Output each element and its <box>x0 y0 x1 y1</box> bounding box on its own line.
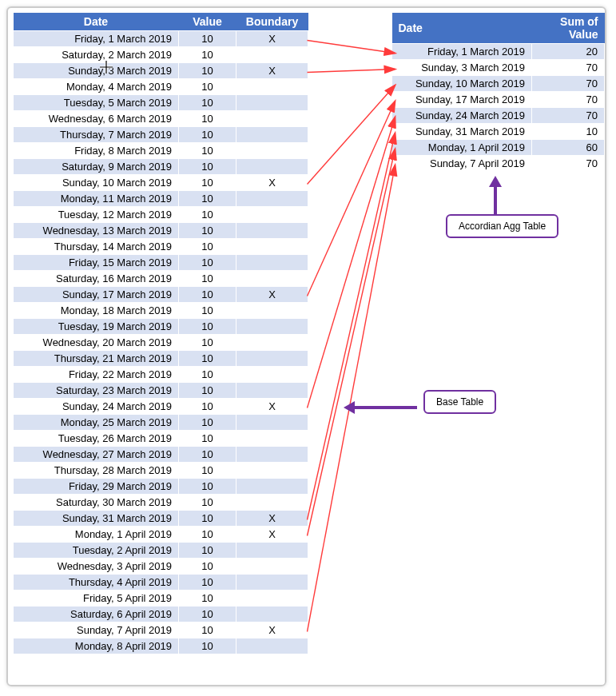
base-cell-date: Saturday, 30 March 2019 <box>14 495 179 511</box>
base-cell-value: 10 <box>179 79 236 95</box>
base-cell-value: 10 <box>179 143 236 159</box>
callout-base-table: Base Table <box>423 390 496 414</box>
base-cell-value: 10 <box>179 383 236 399</box>
relation-arrow <box>308 86 395 185</box>
base-cell-boundary: X <box>236 175 308 191</box>
base-cell-date: Monday, 25 March 2019 <box>14 415 179 431</box>
base-cell-value: 10 <box>179 175 236 191</box>
base-cell-boundary: X <box>236 63 308 79</box>
base-cell-date: Thursday, 21 March 2019 <box>14 351 179 367</box>
base-cell-boundary <box>236 95 308 111</box>
base-row: Monday, 1 April 201910X <box>14 527 308 543</box>
base-cell-date: Monday, 11 March 2019 <box>14 191 179 207</box>
base-cell-date: Sunday, 3 March 2019 <box>14 63 179 79</box>
base-row: Friday, 29 March 201910 <box>14 479 308 495</box>
base-row: Monday, 25 March 201910 <box>14 415 308 431</box>
base-cell-boundary <box>236 159 308 175</box>
agg-cell-date: Sunday, 17 March 2019 <box>392 92 532 108</box>
base-cell-boundary <box>236 191 308 207</box>
base-cell-value: 10 <box>179 191 236 207</box>
agg-cell-sum: 20 <box>531 44 604 60</box>
base-cell-value: 10 <box>179 111 236 127</box>
base-cell-date: Saturday, 6 April 2019 <box>14 607 179 622</box>
base-cell-value: 10 <box>179 431 236 447</box>
base-row: Thursday, 28 March 201910 <box>14 463 308 479</box>
base-cell-date: Wednesday, 20 March 2019 <box>14 335 179 351</box>
base-row: Saturday, 2 March 201910 <box>14 47 308 63</box>
base-cell-value: 10 <box>179 479 236 495</box>
agg-row: Sunday, 24 March 201970 <box>392 108 605 124</box>
base-cell-date: Saturday, 23 March 2019 <box>14 383 179 399</box>
base-cell-boundary <box>236 79 308 95</box>
agg-cell-sum: 60 <box>531 140 604 156</box>
base-cell-value: 10 <box>179 399 236 415</box>
base-cell-value: 10 <box>179 319 236 335</box>
base-row: Friday, 8 March 201910 <box>14 143 308 159</box>
base-cell-value: 10 <box>179 47 236 63</box>
base-cell-value: 10 <box>179 159 236 175</box>
base-cell-date: Friday, 15 March 2019 <box>14 255 179 271</box>
base-row: Saturday, 6 April 201910 <box>14 607 308 622</box>
base-cell-boundary <box>236 495 308 511</box>
base-row: Saturday, 9 March 201910 <box>14 159 308 175</box>
base-cell-boundary <box>236 591 308 607</box>
base-cell-value: 10 <box>179 607 236 622</box>
base-cell-boundary <box>236 207 308 223</box>
base-cell-value: 10 <box>179 239 236 255</box>
agg-table: Date Sum of Value Friday, 1 March 201920… <box>391 13 605 172</box>
base-cell-date: Monday, 8 April 2019 <box>14 638 179 654</box>
base-cell-value: 10 <box>179 351 236 367</box>
agg-row: Monday, 1 April 201960 <box>392 140 605 156</box>
base-cell-boundary <box>236 431 308 447</box>
base-cell-date: Tuesday, 2 April 2019 <box>14 543 179 559</box>
base-cell-value: 10 <box>179 511 236 527</box>
base-row: Saturday, 23 March 201910 <box>14 383 308 399</box>
relation-arrow <box>308 133 395 520</box>
base-cell-value: 10 <box>179 31 236 47</box>
agg-row: Friday, 1 March 201920 <box>392 44 605 60</box>
base-cell-date: Tuesday, 12 March 2019 <box>14 207 179 223</box>
agg-row: Sunday, 7 April 201970 <box>392 156 605 172</box>
relation-arrow <box>308 117 395 408</box>
base-row: Sunday, 17 March 201910X <box>14 287 308 303</box>
diagram-container: Date Value Boundary Friday, 1 March 2019… <box>6 6 606 686</box>
base-row: Thursday, 4 April 201910 <box>14 575 308 591</box>
base-cell-date: Wednesday, 13 March 2019 <box>14 223 179 239</box>
base-row: Tuesday, 19 March 201910 <box>14 319 308 335</box>
base-cell-boundary: X <box>236 511 308 527</box>
base-row: Thursday, 7 March 201910 <box>14 127 308 143</box>
base-cell-value: 10 <box>179 63 236 79</box>
base-cell-date: Wednesday, 3 April 2019 <box>14 559 179 575</box>
base-cell-boundary <box>236 143 308 159</box>
agg-cell-date: Monday, 1 April 2019 <box>392 140 532 156</box>
base-row: Friday, 5 April 201910 <box>14 591 308 607</box>
base-cell-boundary <box>236 335 308 351</box>
relation-arrow <box>308 41 395 54</box>
base-cell-date: Thursday, 4 April 2019 <box>14 575 179 591</box>
agg-header-sum: Sum of Value <box>531 13 604 44</box>
base-cell-boundary <box>236 127 308 143</box>
base-cell-boundary <box>236 239 308 255</box>
base-cell-boundary <box>236 223 308 239</box>
base-cell-boundary <box>236 367 308 383</box>
relation-arrow <box>308 149 395 536</box>
base-cell-value: 10 <box>179 415 236 431</box>
base-row: Saturday, 30 March 201910 <box>14 495 308 511</box>
agg-cell-date: Sunday, 3 March 2019 <box>392 60 532 76</box>
base-row: Monday, 18 March 201910 <box>14 303 308 319</box>
base-header-date: Date <box>14 13 179 31</box>
base-cell-boundary <box>236 575 308 591</box>
base-cell-boundary <box>236 271 308 287</box>
base-row: Wednesday, 3 April 201910 <box>14 559 308 575</box>
base-row: Friday, 22 March 201910 <box>14 367 308 383</box>
agg-row: Sunday, 3 March 201970 <box>392 60 605 76</box>
base-cell-date: Sunday, 10 March 2019 <box>14 175 179 191</box>
base-table: Date Value Boundary Friday, 1 March 2019… <box>13 13 308 654</box>
relation-arrow <box>308 165 395 632</box>
arrow-to-agg-table <box>494 176 502 214</box>
base-cell-value: 10 <box>179 447 236 463</box>
base-cell-value: 10 <box>179 271 236 287</box>
base-row: Wednesday, 27 March 201910 <box>14 447 308 463</box>
base-cell-value: 10 <box>179 303 236 319</box>
base-row: Wednesday, 13 March 201910 <box>14 223 308 239</box>
